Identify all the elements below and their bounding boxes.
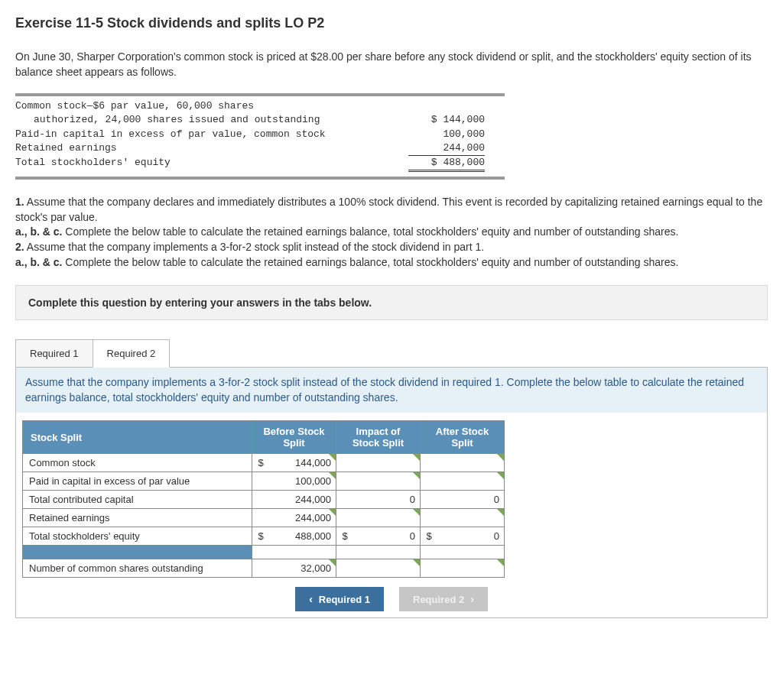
table-corner: Stock Split xyxy=(23,421,252,454)
chevron-right-icon: › xyxy=(470,593,474,605)
ledger-value: $ 488,000 xyxy=(408,156,485,172)
prev-button[interactable]: ‹ Required 1 xyxy=(295,587,384,611)
ledger-value: $ 144,000 xyxy=(408,113,485,127)
chevron-left-icon: ‹ xyxy=(309,593,313,605)
table-row: Total contributed capital 244,000 0 0 xyxy=(23,491,505,509)
tab-required-1[interactable]: Required 1 xyxy=(15,339,93,368)
next-button[interactable]: Required 2 › xyxy=(399,587,488,611)
q-num: a., b. & c. xyxy=(15,256,62,268)
cell-input[interactable] xyxy=(336,454,420,472)
cell-readonly: $0 xyxy=(421,527,504,545)
ledger-value: 244,000 xyxy=(408,141,485,156)
table-row: Paid in capital in excess of par value 1… xyxy=(23,472,505,491)
ledger-line: Retained earnings xyxy=(15,141,117,155)
row-label: Number of common shares outstanding xyxy=(23,559,252,578)
row-label: Retained earnings xyxy=(23,509,252,527)
cell-input[interactable] xyxy=(421,454,504,472)
table-row: Number of common shares outstanding 32,0… xyxy=(23,559,505,578)
cell-input[interactable]: 32,000 xyxy=(252,559,336,577)
intro-text: On June 30, Sharper Corporation's common… xyxy=(15,50,768,79)
ledger-line: Paid-in capital in excess of par value, … xyxy=(15,128,326,141)
spacer-row xyxy=(23,546,505,559)
ledger-line: Total stockholders' equity xyxy=(15,156,171,170)
cell-input[interactable] xyxy=(336,472,420,490)
cell-input[interactable]: 100,000 xyxy=(252,472,336,490)
cell-input[interactable] xyxy=(421,509,504,527)
cell-readonly: 244,000 xyxy=(252,491,336,508)
cell-readonly: $0 xyxy=(336,527,420,545)
cell-input[interactable] xyxy=(421,472,504,490)
tabs-header: Required 1 Required 2 xyxy=(15,339,768,367)
tab-panel: Assume that the company implements a 3-f… xyxy=(15,367,768,618)
q-body: Assume that the company declares and imm… xyxy=(15,196,762,223)
cell-input[interactable] xyxy=(336,559,420,577)
row-label: Common stock xyxy=(23,454,252,472)
row-label: Total stockholders' equity xyxy=(23,527,252,546)
ledger-line: authorized, 24,000 shares issued and out… xyxy=(15,113,320,127)
q-num: 1. xyxy=(15,196,24,208)
cell-input[interactable] xyxy=(421,559,504,577)
instruction-banner: Complete this question by entering your … xyxy=(15,285,768,320)
page-title: Exercise 11-5 Stock dividends and splits… xyxy=(15,15,768,31)
cell-input[interactable] xyxy=(336,509,420,527)
cell-input[interactable]: $144,000 xyxy=(252,454,336,472)
cell-input[interactable]: 244,000 xyxy=(252,509,336,527)
q-body: Complete the below table to calculate th… xyxy=(62,256,678,268)
table-row: Common stock $144,000 xyxy=(23,454,505,472)
cell-readonly: $488,000 xyxy=(252,527,336,545)
q-num: a., b. & c. xyxy=(15,225,62,238)
ledger-value: 100,000 xyxy=(408,128,485,141)
question-text: 1. Assume that the company declares and … xyxy=(15,195,768,270)
q-num: 2. xyxy=(15,241,24,253)
row-label: Paid in capital in excess of par value xyxy=(23,472,252,491)
q-body: Complete the below table to calculate th… xyxy=(62,225,678,238)
ledger-line: Common stock—$6 par value, 60,000 shares xyxy=(15,99,254,113)
row-label: Total contributed capital xyxy=(23,491,252,509)
table-row: Total stockholders' equity $488,000 $0 $… xyxy=(23,527,505,546)
next-label: Required 2 xyxy=(413,594,464,605)
col-before: Before Stock Split xyxy=(252,421,336,454)
cell-readonly: 0 xyxy=(336,491,420,508)
tab-required-2[interactable]: Required 2 xyxy=(93,339,171,368)
col-after: After Stock Split xyxy=(421,421,505,454)
q-body: Assume that the company implements a 3-f… xyxy=(24,241,485,253)
col-impact: Impact of Stock Split xyxy=(336,421,421,454)
stock-split-table: Stock Split Before Stock Split Impact of… xyxy=(22,420,505,578)
prev-label: Required 1 xyxy=(319,594,370,605)
cell-readonly: 0 xyxy=(421,491,504,508)
table-row: Retained earnings 244,000 xyxy=(23,509,505,527)
panel-description: Assume that the company implements a 3-f… xyxy=(16,368,767,413)
equity-ledger: Common stock—$6 par value, 60,000 shares… xyxy=(15,93,768,180)
